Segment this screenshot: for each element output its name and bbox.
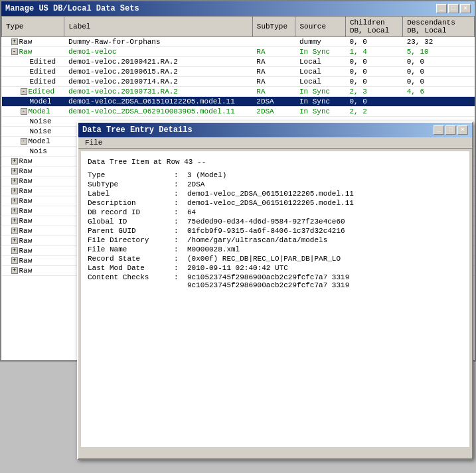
cell-children: 0, 0: [345, 37, 402, 47]
cell-type: +Raw: [2, 216, 64, 226]
detail-close-button[interactable]: ×: [457, 125, 468, 135]
detail-field-colon: :: [174, 273, 187, 289]
table-row[interactable]: Modeldemo1-veloc_2DSA_061510122205.model…: [2, 97, 475, 107]
cell-type: Model: [2, 97, 64, 107]
type-label: Raw: [19, 217, 33, 225]
type-label: Edited: [30, 78, 56, 86]
tree-expander-icon[interactable]: +: [11, 237, 18, 244]
detail-field-value: 64: [187, 208, 463, 216]
detail-fields: Type: 3 (Model)SubType: 2DSALabel: demo1…: [88, 171, 463, 289]
type-label: Noise: [30, 127, 52, 135]
detail-field-key: Global ID: [88, 218, 174, 226]
detail-field-colon: :: [174, 218, 187, 226]
tree-expander-icon[interactable]: -: [21, 108, 27, 115]
cell-type: -Model: [2, 137, 64, 147]
cell-type: +Raw: [2, 246, 64, 256]
detail-field-value: M0000028.xml: [187, 245, 463, 253]
maximize-button[interactable]: □: [448, 4, 459, 13]
tree-expander-icon[interactable]: +: [11, 257, 18, 264]
cell-children: 0, 0: [345, 57, 402, 67]
detail-field-row: Content Checks: 9c10523745f2986900acb2c2…: [88, 273, 463, 289]
cell-subtype: RA: [252, 67, 295, 77]
cell-descendants: 0, 0: [403, 67, 475, 77]
detail-field-value: 9c10523745f2986900acb2c29fcfc7a7 3319 9c…: [187, 273, 463, 289]
table-row[interactable]: -Modeldemo1-veloc_2DSA_062910083905.mode…: [2, 107, 475, 117]
detail-field-row: Global ID: 75ed0d90-0d34-4d6d-9584-927f2…: [88, 218, 463, 226]
table-row[interactable]: Editeddemo1-veloc.20100615.RA.2RALocal0,…: [2, 67, 475, 77]
detail-field-row: Last Mod Date: 2010-09-11 02:40:42 UTC: [88, 264, 463, 272]
detail-menu-bar: File: [78, 137, 472, 149]
tree-expander-icon[interactable]: +: [11, 198, 18, 204]
close-button[interactable]: ×: [460, 4, 471, 13]
table-row[interactable]: +RawDummy-Raw-for-Orphansdummy0, 023, 32: [2, 37, 475, 47]
cell-type: +Raw: [2, 186, 64, 196]
cell-descendants: 4, 6: [403, 87, 475, 97]
detail-field-colon: :: [174, 245, 187, 253]
tree-expander-icon[interactable]: +: [11, 208, 18, 214]
cell-children: 1, 4: [345, 47, 402, 57]
type-label: Raw: [19, 187, 33, 195]
type-label: Noise: [30, 117, 52, 125]
cell-label: demo1-veloc.20100615.RA.2: [64, 67, 252, 77]
type-label: Edited: [29, 88, 55, 96]
detail-field-value: 2010-09-11 02:40:42 UTC: [187, 264, 463, 272]
detail-field-row: Record State: (0x00f) REC_DB|REC_LO|PAR_…: [88, 255, 463, 263]
detail-field-row: Type: 3 (Model): [88, 171, 463, 179]
detail-field-row: Parent GUID: 01fcb9f9-9315-4a6f-8406-1c3…: [88, 227, 463, 235]
cell-subtype: RA: [252, 87, 295, 97]
cell-type: +Raw: [2, 236, 64, 246]
detail-field-colon: :: [174, 199, 187, 207]
detail-field-key: SubType: [88, 180, 174, 188]
cell-type: +Raw: [2, 266, 64, 276]
type-label: Model: [29, 137, 50, 145]
table-row[interactable]: Editeddemo1-veloc.20100421.RA.2RALocal0,…: [2, 57, 475, 67]
cell-type: -Edited: [2, 87, 64, 97]
col-header-children: ChildrenDB, Local: [345, 17, 402, 37]
detail-field-colon: :: [174, 208, 187, 216]
cell-type: Nois: [2, 147, 64, 157]
tree-expander-icon[interactable]: -: [21, 88, 27, 95]
table-row[interactable]: -Rawdemo1-velocRAIn Sync1, 45, 10: [2, 47, 475, 57]
tree-expander-icon[interactable]: +: [11, 168, 18, 174]
type-label: Raw: [19, 227, 33, 235]
cell-label: demo1-veloc.20100714.RA.2: [64, 77, 252, 87]
tree-expander-icon[interactable]: +: [11, 228, 18, 234]
col-header-type: Type: [2, 17, 64, 37]
tree-expander-icon[interactable]: +: [11, 218, 18, 224]
tree-expander-icon[interactable]: +: [11, 178, 18, 184]
cell-type: +Raw: [2, 226, 64, 236]
cell-children: 0, 0: [345, 97, 402, 107]
tree-expander-icon[interactable]: +: [11, 38, 18, 45]
cell-type: +Raw: [2, 206, 64, 216]
detail-dialog-title: Data Tree Entry Details: [82, 125, 193, 135]
cell-descendants: 23, 32: [403, 37, 475, 47]
type-label: Raw: [19, 157, 33, 165]
detail-field-key: Last Mod Date: [88, 264, 174, 272]
tree-expander-icon[interactable]: +: [11, 247, 18, 254]
tree-expander-icon[interactable]: +: [11, 267, 18, 274]
table-row[interactable]: Editeddemo1-veloc.20100714.RA.2RALocal0,…: [2, 77, 475, 87]
cell-type: Noise: [2, 117, 64, 127]
cell-descendants: [403, 97, 475, 107]
type-label: Raw: [19, 48, 33, 56]
file-menu-item[interactable]: File: [82, 138, 105, 147]
cell-subtype: [252, 37, 295, 47]
table-row[interactable]: -Editeddemo1-veloc.20100731.RA.2RAIn Syn…: [2, 87, 475, 97]
detail-field-key: Parent GUID: [88, 227, 174, 235]
type-label: Raw: [19, 197, 33, 205]
detail-maximize-button[interactable]: □: [445, 125, 456, 135]
detail-minimize-button[interactable]: _: [434, 125, 444, 135]
detail-field-row: File Name: M0000028.xml: [88, 245, 463, 253]
cell-subtype: RA: [252, 77, 295, 87]
tree-expander-icon[interactable]: -: [21, 138, 27, 145]
tree-expander-icon[interactable]: +: [11, 158, 18, 165]
cell-source: In Sync: [295, 87, 345, 97]
minimize-button[interactable]: _: [436, 4, 447, 13]
detail-field-row: File Directory: /home/gary/ultrascan/dat…: [88, 236, 463, 244]
type-label: Raw: [19, 257, 33, 265]
tree-expander-icon[interactable]: +: [11, 188, 18, 194]
cell-source: Local: [295, 57, 345, 67]
tree-expander-icon[interactable]: -: [11, 48, 18, 55]
detail-field-value: (0x00f) REC_DB|REC_LO|PAR_DB|PAR_LO: [187, 255, 463, 263]
cell-label: demo1-veloc.20100421.RA.2: [64, 57, 252, 67]
